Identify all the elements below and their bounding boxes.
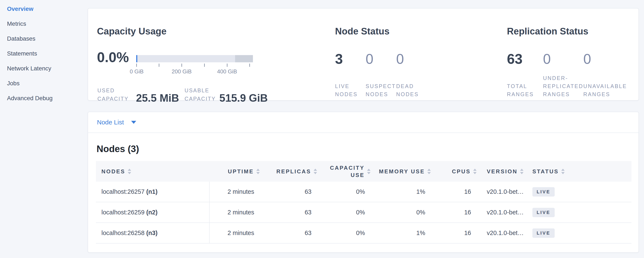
dead-nodes-label: DEAD NODES bbox=[396, 82, 422, 98]
capacity-bar-used-segment bbox=[136, 55, 137, 62]
column-header-label: REPLICAS bbox=[276, 168, 311, 175]
admin-ui-page: Overview Metrics Databases Statements Ne… bbox=[0, 0, 644, 258]
uptime-cell: 2 minutes bbox=[210, 182, 262, 202]
axis-tick bbox=[249, 64, 250, 67]
status-badge: LIVE bbox=[532, 228, 555, 238]
sidebar-item-metrics[interactable]: Metrics bbox=[0, 20, 87, 35]
memory-use-cell: 0% bbox=[372, 202, 432, 223]
sidebar-item-databases[interactable]: Databases bbox=[0, 35, 87, 49]
sidebar-item-statements[interactable]: Statements bbox=[0, 49, 87, 64]
unavailable-ranges-value: 0 bbox=[583, 52, 626, 66]
status-badge: LIVE bbox=[532, 187, 555, 197]
column-header-replicas[interactable]: REPLICAS bbox=[262, 161, 319, 182]
cpus-cell: 16 bbox=[432, 182, 478, 202]
under-replicated-ranges-label: UNDER-REPLICATED RANGES bbox=[543, 74, 580, 98]
column-header-label: MEMORY USE bbox=[379, 168, 425, 175]
sidebar-item-overview[interactable]: Overview bbox=[0, 5, 87, 20]
capacity-use-cell: 0% bbox=[319, 202, 372, 223]
sidebar-item-advanced-debug[interactable]: Advanced Debug bbox=[0, 94, 87, 109]
nodes-table: NODES UPTIME REPLICAS CAPACITY USE MEMOR… bbox=[96, 161, 632, 243]
capacity-stats: USED CAPACITY 25.5 MiB USABLE CAPACITY 5… bbox=[98, 86, 268, 103]
replicas-cell: 63 bbox=[262, 202, 319, 223]
suspect-nodes-stat: 0 SUSPECT NODES bbox=[366, 52, 392, 98]
suspect-nodes-label: SUSPECT NODES bbox=[366, 82, 392, 98]
dead-nodes-stat: 0 DEAD NODES bbox=[396, 52, 422, 98]
column-header-label: NODES bbox=[102, 168, 125, 175]
capacity-use-cell: 0% bbox=[319, 182, 372, 202]
node-list-card: Node List Nodes (3) NODES UPTIME REPLICA… bbox=[88, 112, 639, 253]
dead-nodes-value: 0 bbox=[396, 52, 422, 66]
axis-tick bbox=[159, 64, 159, 67]
node-id: (n2) bbox=[146, 209, 158, 216]
sort-icon bbox=[314, 169, 317, 174]
node-address: localhost:26257 bbox=[102, 188, 144, 195]
sort-icon bbox=[427, 169, 431, 174]
column-header-label: VERSION bbox=[487, 168, 518, 175]
sort-icon bbox=[520, 169, 524, 174]
column-header-cpus[interactable]: CPUS bbox=[432, 161, 478, 182]
under-replicated-ranges-value: 0 bbox=[543, 52, 580, 66]
axis-tick bbox=[204, 64, 205, 67]
replication-status-title: Replication Status bbox=[507, 26, 588, 36]
suspect-nodes-value: 0 bbox=[366, 52, 392, 66]
capacity-axis: 0 GiB 200 GiB 400 GiB bbox=[136, 62, 253, 75]
status-cell: LIVE bbox=[524, 202, 632, 223]
node-address-cell[interactable]: localhost:26257 (n1) bbox=[96, 182, 210, 202]
column-header-label: UPTIME bbox=[228, 168, 254, 175]
total-ranges-stat: 63 TOTAL RANGES bbox=[507, 52, 541, 98]
column-header-nodes[interactable]: NODES bbox=[96, 161, 210, 182]
under-replicated-ranges-stat: 0 UNDER-REPLICATED RANGES bbox=[543, 52, 580, 98]
usable-capacity-label: USABLE CAPACITY bbox=[184, 86, 215, 103]
cpus-cell: 16 bbox=[432, 223, 478, 243]
axis-label-200: 200 GiB bbox=[172, 68, 192, 75]
used-capacity-value: 25.5 MiB bbox=[136, 93, 179, 103]
node-id: (n1) bbox=[146, 188, 158, 195]
status-cell: LIVE bbox=[524, 223, 632, 243]
sidebar-item-network-latency[interactable]: Network Latency bbox=[0, 64, 87, 79]
node-address: localhost:26258 bbox=[102, 229, 144, 236]
sidebar-item-jobs[interactable]: Jobs bbox=[0, 79, 87, 94]
live-nodes-value: 3 bbox=[335, 52, 361, 66]
axis-tick bbox=[182, 64, 182, 67]
unavailable-ranges-stat: 0 UNAVAILABLE RANGES bbox=[583, 52, 626, 98]
version-cell: v20.1.0-bet… bbox=[478, 202, 524, 223]
column-header-label: CAPACITY USE bbox=[330, 164, 364, 179]
replicas-cell: 63 bbox=[262, 182, 319, 202]
status-badge: LIVE bbox=[532, 208, 555, 217]
nodes-section-title: Nodes (3) bbox=[96, 144, 638, 154]
column-header-label: CPUS bbox=[452, 168, 471, 175]
used-capacity-label: USED CAPACITY bbox=[98, 86, 129, 103]
node-id: (n3) bbox=[146, 229, 158, 236]
sort-icon bbox=[561, 169, 565, 174]
node-address-cell[interactable]: localhost:26259 (n2) bbox=[96, 202, 210, 223]
node-status-title: Node Status bbox=[335, 26, 390, 36]
unavailable-ranges-label: UNAVAILABLE RANGES bbox=[583, 82, 626, 98]
column-header-uptime[interactable]: UPTIME bbox=[210, 161, 262, 182]
capacity-bar-track bbox=[136, 55, 253, 62]
usable-capacity-value: 515.9 GiB bbox=[220, 93, 268, 103]
column-header-capacity-use[interactable]: CAPACITY USE bbox=[319, 161, 372, 182]
node-list-dropdown[interactable]: Node List bbox=[88, 112, 638, 133]
replication-stats: 63 TOTAL RANGES 0 UNDER-REPLICATED RANGE… bbox=[507, 52, 626, 98]
sort-icon bbox=[256, 169, 260, 174]
live-nodes-stat: 3 LIVE NODES bbox=[335, 52, 361, 98]
node-status-stats: 3 LIVE NODES 0 SUSPECT NODES 0 DEAD NODE… bbox=[335, 52, 427, 98]
cluster-summary-card: Capacity Usage 0.0% 0 GiB 200 GiB 400 Gi… bbox=[88, 8, 639, 101]
column-header-memory-use[interactable]: MEMORY USE bbox=[372, 161, 432, 182]
status-cell: LIVE bbox=[524, 182, 632, 202]
node-list-dropdown-label: Node List bbox=[97, 119, 124, 126]
node-address-cell[interactable]: localhost:26258 (n3) bbox=[96, 223, 210, 243]
capacity-used-percent: 0.0% bbox=[97, 50, 129, 64]
axis-label-400: 400 GiB bbox=[217, 68, 237, 75]
uptime-cell: 2 minutes bbox=[210, 202, 262, 223]
version-cell: v20.1.0-bet… bbox=[478, 182, 524, 202]
column-header-version[interactable]: VERSION bbox=[478, 161, 524, 182]
sidebar: Overview Metrics Databases Statements Ne… bbox=[0, 0, 87, 258]
column-header-status[interactable]: STATUS bbox=[524, 161, 632, 182]
version-cell: v20.1.0-bet… bbox=[478, 223, 524, 243]
node-address: localhost:26259 bbox=[102, 209, 144, 216]
axis-tick bbox=[136, 64, 137, 67]
capacity-bar-other-segment bbox=[235, 55, 253, 62]
total-ranges-value: 63 bbox=[507, 52, 541, 66]
sort-icon bbox=[473, 169, 476, 174]
